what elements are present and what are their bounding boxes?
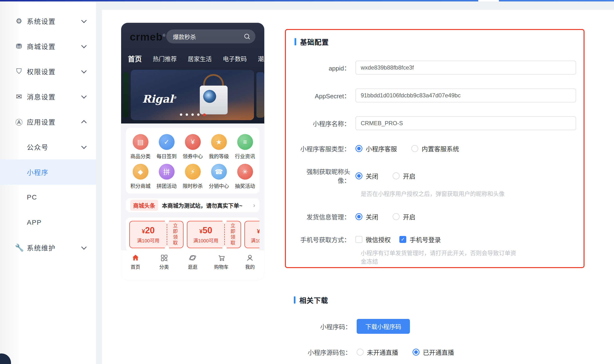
radio-unselected-icon bbox=[393, 172, 400, 179]
radio-unselected-icon bbox=[393, 213, 400, 220]
banner-brand-text: Rigal® bbox=[142, 93, 177, 105]
sidebar-menu: ⚙ 系统设置 ⛃ 商城设置 ⛉ 权限设置 ✉ 消息设置 Ⓐ 应用设置 公众号 bbox=[0, 2, 96, 260]
chevron-down-icon bbox=[81, 17, 87, 23]
radio-mini-program-service[interactable]: 小程序客服 bbox=[355, 144, 397, 153]
radio-label: 开启 bbox=[403, 212, 415, 221]
tab-home[interactable]: 首页 bbox=[125, 254, 146, 270]
title-accent-bar bbox=[295, 38, 296, 45]
section-title: 基础配置 bbox=[295, 37, 575, 47]
menu-item-lucky-draw[interactable]: ✳ 抽奖活动 bbox=[232, 164, 258, 189]
menu-item-daily-checkin[interactable]: ✓ 每日签到 bbox=[154, 134, 180, 159]
checkbox-label: 微信授权 bbox=[366, 235, 391, 244]
nav-tab-digital[interactable]: 电子数码 bbox=[223, 54, 247, 63]
phone-method-label: 手机号获取方式： bbox=[295, 235, 350, 244]
appsecret-input[interactable] bbox=[355, 89, 576, 102]
menu-item-flash-sale[interactable]: ⚡ 限时秒杀 bbox=[180, 164, 206, 189]
menu-item-label: 我的等级 bbox=[209, 152, 229, 159]
sidebar-item-system-settings[interactable]: ⚙ 系统设置 bbox=[0, 8, 96, 34]
nav-tab-fashion[interactable]: 潮牌服饰 bbox=[258, 54, 264, 63]
nav-tab-living[interactable]: 居家生活 bbox=[188, 54, 212, 63]
points-icon: ◆ bbox=[133, 164, 148, 180]
coupon-item[interactable]: ¥20 满100可用 立即领取 bbox=[129, 221, 183, 248]
sidebar-item-app-settings[interactable]: Ⓐ 应用设置 bbox=[0, 109, 96, 134]
tab-label: 逛逛 bbox=[188, 263, 197, 270]
sidebar-item-official-account[interactable]: 公众号 bbox=[0, 134, 96, 159]
radio-label: 关闭 bbox=[366, 171, 378, 180]
coupon-item[interactable]: ¥50 满1000可用 立即领取 bbox=[187, 221, 241, 248]
quick-menu-card: ▤ 商品分类 ✓ 每日签到 ¥ 领券中心 ★ 我的等级 ≡ 行业资讯 bbox=[126, 128, 260, 194]
radio-live-disabled[interactable]: 未开通直播 bbox=[357, 348, 398, 357]
nickname-avatar-label: 强制获取昵称头像： bbox=[295, 167, 350, 185]
sidebar-item-permission-settings[interactable]: ⛉ 权限设置 bbox=[0, 59, 96, 84]
sidebar-item-message-settings[interactable]: ✉ 消息设置 bbox=[0, 84, 96, 109]
menu-item-points-mall[interactable]: ◆ 积分商城 bbox=[127, 164, 154, 189]
claim-coupon-button[interactable]: 立即领取 bbox=[225, 221, 241, 248]
radio-selected-icon bbox=[413, 349, 419, 356]
radio-builtin-service[interactable]: 内置客服系统 bbox=[411, 144, 459, 153]
top-progress-bar bbox=[0, 0, 614, 1]
banner-slide[interactable]: Rigal® bbox=[131, 70, 254, 120]
radio-shipping-off[interactable]: 关闭 bbox=[355, 212, 378, 221]
coupon-item[interactable]: ¥50 满1000可用 bbox=[244, 221, 260, 248]
basic-config-section: 基础配置 appid： AppSecret： 小程序名称： 小程序客服类型： bbox=[285, 29, 585, 268]
projector-lens bbox=[203, 90, 216, 103]
search-input[interactable]: 爆款秒杀 bbox=[166, 29, 255, 43]
main-content: crmeb® 爆款秒杀 首页 热门推荐 居家生活 电子数码 潮牌服饰 bbox=[102, 10, 614, 364]
source-package-label: 小程序源码包： bbox=[294, 348, 351, 357]
sidebar-item-mini-program[interactable]: 小程序 bbox=[0, 159, 96, 185]
chevron-right-icon: › bbox=[253, 202, 255, 209]
menu-item-my-level[interactable]: ★ 我的等级 bbox=[206, 134, 232, 159]
appid-input[interactable] bbox=[355, 61, 576, 75]
sidebar-item-label: 公众号 bbox=[27, 142, 49, 152]
sidebar-item-mall-settings[interactable]: ⛃ 商城设置 bbox=[0, 34, 96, 59]
mini-program-name-input[interactable] bbox=[355, 116, 576, 130]
sidebar-item-system-maintenance[interactable]: 🔧 系统维护 bbox=[0, 235, 96, 260]
groupbuy-icon: 拼 bbox=[159, 164, 175, 180]
sidebar-item-app[interactable]: APP bbox=[0, 210, 96, 235]
distribution-icon: ☎ bbox=[211, 164, 227, 180]
nav-tab-home[interactable]: 首页 bbox=[128, 53, 142, 64]
menu-item-label: 商品分类 bbox=[131, 152, 151, 159]
coupon-list: ¥20 满100可用 立即领取 ¥50 满1000可用 立即领取 bbox=[126, 218, 260, 252]
message-icon: ✉ bbox=[15, 92, 23, 101]
mall-headline[interactable]: 商城头条 本商城为测试站，请勿真实下单~ › bbox=[126, 198, 260, 212]
checkbox-phone-login[interactable]: ✓ 手机号登录 bbox=[399, 235, 441, 244]
menu-item-industry-news[interactable]: ≡ 行业资讯 bbox=[232, 134, 258, 159]
radio-label: 关闭 bbox=[366, 212, 378, 221]
menu-item-label: 分销中心 bbox=[209, 182, 229, 189]
menu-item-distribution[interactable]: ☎ 分销中心 bbox=[206, 164, 232, 189]
carousel-next-slide bbox=[256, 72, 264, 118]
radio-nickname-off[interactable]: 关闭 bbox=[355, 171, 378, 180]
checkbox-label: 手机号登录 bbox=[410, 235, 441, 244]
checkbox-wechat-auth[interactable]: 微信授权 bbox=[355, 235, 391, 244]
coupon-icon: ¥ bbox=[185, 134, 201, 150]
luckydraw-icon: ✳ bbox=[237, 164, 253, 180]
tab-category[interactable]: 分类 bbox=[153, 254, 175, 270]
carousel-dot[interactable] bbox=[197, 113, 199, 116]
carousel-dot[interactable] bbox=[186, 113, 188, 116]
menu-item-group-buy[interactable]: 拼 拼团活动 bbox=[154, 164, 180, 189]
sidebar-item-pc[interactable]: PC bbox=[0, 185, 96, 210]
tab-label: 购物车 bbox=[214, 263, 229, 270]
carousel-dot[interactable] bbox=[191, 113, 194, 116]
carousel-dot-active[interactable] bbox=[203, 113, 206, 116]
radio-shipping-on[interactable]: 开启 bbox=[393, 212, 415, 221]
nav-tab-hot[interactable]: 热门推荐 bbox=[153, 54, 177, 63]
radio-nickname-on[interactable]: 开启 bbox=[393, 171, 415, 180]
chevron-down-icon bbox=[81, 143, 87, 149]
menu-item-categories[interactable]: ▤ 商品分类 bbox=[127, 134, 154, 159]
sidebar-item-label: APP bbox=[27, 219, 42, 226]
tab-browse[interactable]: 逛逛 bbox=[182, 254, 203, 270]
download-qr-button[interactable]: 下载小程序码 bbox=[357, 319, 410, 334]
radio-live-enabled[interactable]: 已开通直播 bbox=[413, 348, 454, 357]
coupon-condition: 满100可用 bbox=[137, 237, 159, 244]
tab-cart[interactable]: 购物车 bbox=[210, 254, 232, 270]
banner-carousel[interactable]: Rigal® bbox=[121, 70, 264, 120]
progress-bar-gap bbox=[478, 0, 499, 1]
claim-coupon-button[interactable]: 立即领取 bbox=[167, 221, 183, 248]
tab-profile[interactable]: 我的 bbox=[239, 254, 261, 270]
menu-item-coupon-center[interactable]: ¥ 领券中心 bbox=[180, 134, 206, 159]
carousel-dot[interactable] bbox=[180, 113, 182, 116]
search-placeholder: 爆款秒杀 bbox=[173, 32, 196, 41]
mini-program-preview: crmeb® 爆款秒杀 首页 热门推荐 居家生活 电子数码 潮牌服饰 bbox=[121, 23, 264, 280]
